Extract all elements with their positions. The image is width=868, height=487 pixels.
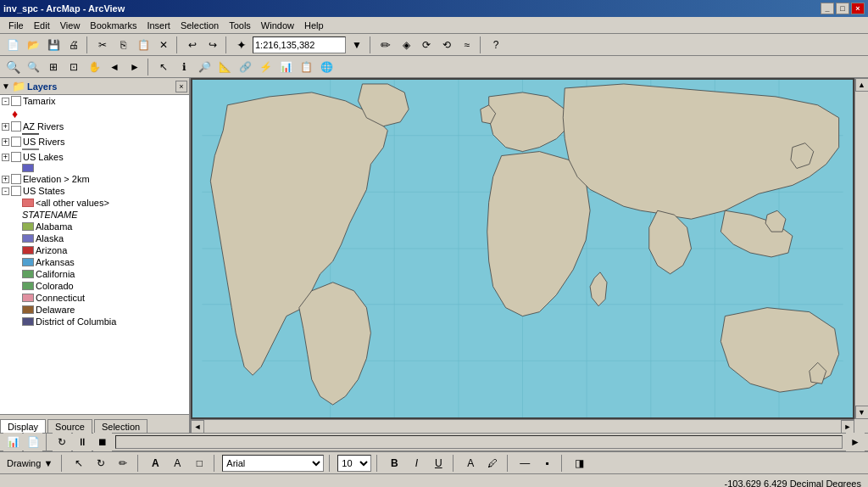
hyperlink-button[interactable]: 🔗: [236, 58, 254, 76]
layer-us-lakes[interactable]: + US Lakes: [0, 151, 189, 163]
layer-tamarix[interactable]: - Tamarix: [0, 95, 189, 107]
vertex-tool[interactable]: ◈: [397, 36, 415, 54]
scroll-down-button[interactable]: ▼: [855, 406, 869, 419]
find-button[interactable]: 🔎: [195, 58, 214, 76]
bold-button[interactable]: B: [385, 454, 403, 473]
az-rivers-checkbox[interactable]: [11, 121, 21, 132]
us-rivers-checkbox[interactable]: [11, 137, 21, 147]
maximize-button[interactable]: □: [836, 3, 849, 14]
measure-button[interactable]: 📐: [215, 58, 234, 76]
map-scroll-right-btn[interactable]: ►: [846, 433, 865, 451]
menu-bookmarks[interactable]: Bookmarks: [85, 19, 142, 32]
us-rivers-expand[interactable]: +: [2, 138, 9, 146]
draw-shape-button[interactable]: □: [190, 454, 209, 473]
az-rivers-expand[interactable]: +: [2, 123, 9, 131]
italic-button[interactable]: I: [407, 454, 426, 473]
menu-insert[interactable]: Insert: [142, 19, 175, 32]
font-style-button[interactable]: A: [168, 454, 186, 473]
edit-tool[interactable]: ✏: [376, 36, 395, 54]
font-size-select[interactable]: 10: [337, 455, 371, 472]
print-button[interactable]: 🖨: [64, 36, 83, 54]
line-color-button[interactable]: —: [515, 454, 534, 473]
pan-button[interactable]: ✋: [85, 58, 103, 76]
task-tool[interactable]: ⟲: [437, 36, 456, 54]
toc-expand-all[interactable]: ▼: [2, 81, 10, 91]
elevation-checkbox[interactable]: [11, 174, 21, 184]
map-viewport[interactable]: [191, 78, 854, 419]
save-button[interactable]: 💾: [44, 36, 63, 54]
font-color-button[interactable]: A: [461, 454, 480, 473]
toc-close-button[interactable]: ×: [175, 81, 187, 92]
open-button[interactable]: 📂: [24, 36, 42, 54]
highlight-button[interactable]: 🖊: [483, 454, 502, 473]
select-button[interactable]: ↖: [154, 58, 173, 76]
menu-selection[interactable]: Selection: [175, 19, 224, 32]
scroll-right-button[interactable]: ►: [841, 420, 854, 434]
menu-window[interactable]: Window: [256, 19, 299, 32]
us-states-checkbox[interactable]: [11, 186, 21, 196]
map-scrollbar-right[interactable]: ▲ ▼: [854, 78, 868, 419]
layer-us-states[interactable]: - US States: [0, 185, 189, 197]
zoom-extent-button[interactable]: ⊞: [44, 58, 63, 76]
scale-dropdown[interactable]: ▼: [348, 36, 366, 54]
shadow-button[interactable]: ◨: [570, 454, 588, 473]
toc-scroll-area[interactable]: - Tamarix ♦ + AZ Rivers + US Rivers: [0, 95, 189, 414]
html-button[interactable]: 🌐: [317, 58, 336, 76]
add-data-button[interactable]: ✦: [232, 36, 251, 54]
undo-button[interactable]: ↩: [183, 36, 202, 54]
query-button[interactable]: ⚡: [256, 58, 275, 76]
tab-selection[interactable]: Selection: [94, 419, 147, 433]
redo-button[interactable]: ↪: [203, 36, 222, 54]
elevation-expand[interactable]: +: [2, 176, 9, 183]
drawing-label[interactable]: Drawing ▼: [3, 456, 56, 470]
us-lakes-checkbox[interactable]: [11, 152, 21, 162]
menu-view[interactable]: View: [55, 19, 86, 32]
rotate-draw-button[interactable]: ↻: [92, 454, 110, 473]
paste-button[interactable]: 📋: [134, 36, 153, 54]
tamarix-expand[interactable]: -: [2, 98, 9, 105]
help-button[interactable]: ?: [487, 36, 505, 54]
tamarix-checkbox[interactable]: [11, 96, 21, 106]
copy-button[interactable]: ⎘: [114, 36, 132, 54]
pause-button[interactable]: ⏸: [73, 433, 92, 451]
layer-elevation[interactable]: + Elevation > 2km: [0, 173, 189, 185]
refresh-button[interactable]: ↻: [53, 433, 71, 451]
scroll-left-button[interactable]: ◄: [191, 420, 204, 434]
select-draw-button[interactable]: ↖: [70, 454, 88, 473]
menu-help[interactable]: Help: [299, 19, 329, 32]
attribute-button[interactable]: 📋: [297, 58, 315, 76]
zoom-in-button[interactable]: 🔍: [3, 58, 22, 76]
stop-button[interactable]: ⏹: [93, 433, 112, 451]
cut-button[interactable]: ✂: [93, 36, 112, 54]
graph-button[interactable]: 📊: [276, 58, 295, 76]
menu-file[interactable]: File: [3, 19, 29, 32]
us-states-expand[interactable]: -: [2, 188, 9, 195]
layer-us-rivers[interactable]: + US Rivers: [0, 136, 189, 148]
more-tool[interactable]: ≈: [458, 36, 476, 54]
close-button[interactable]: ×: [851, 3, 865, 14]
identify-button[interactable]: ℹ: [175, 58, 193, 76]
tab-source[interactable]: Source: [47, 419, 92, 433]
menu-tools[interactable]: Tools: [224, 19, 256, 32]
rotate-tool[interactable]: ⟳: [417, 36, 436, 54]
underline-button[interactable]: U: [429, 454, 448, 473]
zoom-out-button[interactable]: 🔍: [24, 58, 42, 76]
minimize-button[interactable]: _: [821, 3, 834, 14]
scroll-up-button[interactable]: ▲: [855, 78, 869, 92]
dataview-button[interactable]: 📊: [3, 433, 22, 451]
fill-color-button[interactable]: ▪: [537, 454, 556, 473]
map-area[interactable]: ▲ ▼ ◄ ►: [191, 78, 868, 433]
full-extent-button[interactable]: ⊡: [64, 58, 83, 76]
map-scrollbar-bottom[interactable]: ◄ ►: [191, 419, 854, 433]
back-button[interactable]: ◄: [105, 58, 124, 76]
scale-input[interactable]: [253, 36, 346, 53]
tab-display[interactable]: Display: [0, 419, 46, 433]
text-button[interactable]: A: [146, 454, 164, 473]
layer-az-rivers[interactable]: + AZ Rivers: [0, 120, 189, 132]
menu-edit[interactable]: Edit: [29, 19, 55, 32]
layout-button[interactable]: 📄: [24, 433, 42, 451]
bottom-scroll-area[interactable]: [115, 435, 843, 449]
forward-button[interactable]: ►: [125, 58, 144, 76]
edit-draw-button[interactable]: ✏: [114, 454, 132, 473]
us-lakes-expand[interactable]: +: [2, 154, 9, 161]
